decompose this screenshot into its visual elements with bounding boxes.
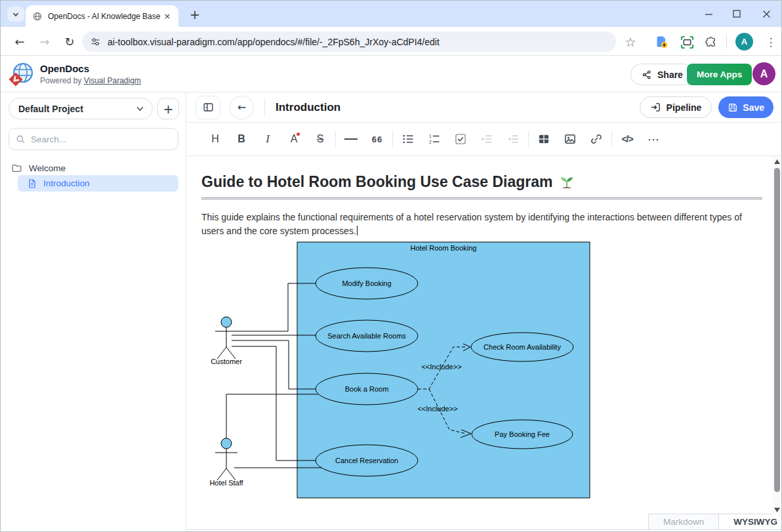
scroll-down-button[interactable]: [772, 505, 781, 514]
window-close-button[interactable]: [754, 3, 779, 24]
tab-wysiwyg[interactable]: WYSIWYG: [719, 514, 782, 529]
use-case-label: Pay Booking Fee: [495, 430, 550, 438]
document-header: ← Introduction Pipeline Save: [186, 92, 782, 123]
search-input[interactable]: [31, 134, 162, 144]
code-block-button[interactable]: </>: [614, 128, 640, 150]
collapse-sidebar-button[interactable]: [196, 96, 220, 119]
more-apps-label: More Apps: [697, 70, 742, 79]
folder-icon: [11, 163, 22, 174]
system-boundary-title: Hotel Room Booking: [411, 244, 477, 252]
document-heading: Guide to Hotel Room Booking Use Case Dia…: [201, 173, 762, 199]
scroll-up-icon: [774, 159, 780, 164]
blockquote-button[interactable]: 66: [364, 128, 390, 150]
save-button[interactable]: Save: [718, 96, 773, 118]
sidebar-item-introduction[interactable]: Introduction: [18, 175, 178, 192]
bullet-list-button[interactable]: [395, 128, 421, 150]
toolbar-divider: [392, 131, 393, 147]
document-icon: [27, 178, 37, 189]
editor-toolbar: H B I A S 66 1 2: [186, 123, 782, 156]
maximize-icon: [733, 10, 741, 18]
horizontal-rule-button[interactable]: [338, 128, 364, 150]
use-case-label: Modify Booking: [342, 279, 391, 287]
browser-titlebar: OpenDocs - AI Knowledge Base × +: [1, 1, 782, 27]
scrollbar-thumb[interactable]: [774, 168, 780, 492]
svg-text:1: 1: [429, 134, 432, 138]
bold-button[interactable]: B: [228, 128, 255, 150]
opendocs-logo: [9, 61, 35, 87]
window-minimize-button[interactable]: [696, 3, 721, 24]
insert-table-button[interactable]: [531, 128, 557, 150]
new-tab-button[interactable]: +: [186, 7, 203, 22]
task-list-button[interactable]: [447, 128, 474, 150]
more-apps-button[interactable]: More Apps: [687, 64, 752, 85]
window-maximize-button[interactable]: [724, 3, 749, 24]
screenshot-extension-icon[interactable]: [676, 31, 697, 52]
insert-image-button[interactable]: [557, 128, 583, 150]
save-label: Save: [743, 102, 764, 113]
tab-markdown[interactable]: Markdown: [648, 514, 719, 529]
add-document-button[interactable]: +: [157, 98, 179, 119]
italic-button[interactable]: I: [255, 128, 281, 150]
extensions-button[interactable]: [700, 31, 721, 52]
back-button[interactable]: ←: [230, 96, 254, 119]
sidebar-item-label: Introduction: [43, 178, 90, 188]
browser-reload-button[interactable]: ↻: [58, 30, 81, 52]
toolbar-divider: [611, 131, 612, 147]
heading-button[interactable]: H: [202, 128, 228, 150]
vertical-scrollbar[interactable]: [772, 157, 781, 514]
browser-forward-button[interactable]: →: [33, 30, 56, 52]
bullet-list-icon: [401, 133, 415, 146]
use-case-diagram[interactable]: Hotel Room Booking Customer: [201, 241, 595, 500]
powered-by-text: Powered by: [40, 76, 84, 85]
pipeline-label: Pipeline: [667, 102, 702, 113]
site-settings-icon[interactable]: [90, 36, 101, 47]
sidebar: [1, 92, 186, 532]
document-heading-text: Guide to Hotel Room Booking Use Case Dia…: [201, 173, 552, 191]
numbered-list-icon: 1 2: [428, 133, 441, 146]
app-user-avatar[interactable]: A: [752, 62, 775, 85]
capture-frame-icon: [680, 35, 695, 50]
bookmark-star-icon[interactable]: ☆: [620, 31, 641, 52]
actor-customer: Customer: [211, 317, 242, 365]
actor-hotel-staff: Hotel Staff: [209, 438, 243, 487]
pipeline-button[interactable]: Pipeline: [640, 96, 712, 118]
browser-tab[interactable]: OpenDocs - AI Knowledge Base ×: [26, 5, 178, 27]
sidebar-item-welcome[interactable]: Welcome: [11, 161, 66, 175]
outdent-button[interactable]: [500, 128, 526, 150]
more-tools-button[interactable]: ⋯: [640, 128, 667, 150]
editor-content[interactable]: Guide to Hotel Room Booking Use Case Dia…: [186, 156, 772, 531]
chevron-down-icon: [136, 104, 144, 113]
document-download-icon: [655, 35, 669, 49]
project-selector[interactable]: Default Project: [9, 98, 153, 119]
panel-collapse-icon: [202, 101, 215, 113]
indent-button[interactable]: [474, 128, 500, 150]
browser-back-button[interactable]: ←: [9, 30, 31, 52]
color-dot: [297, 133, 300, 136]
toolbar-separator: [726, 35, 727, 49]
puzzle-icon: [704, 35, 718, 49]
font-color-button[interactable]: A: [281, 128, 307, 150]
close-window-icon: [762, 10, 771, 18]
docs-extension-icon[interactable]: [651, 31, 672, 52]
content-bottom-border: [186, 529, 782, 530]
tab-close-icon[interactable]: ×: [161, 10, 173, 22]
header-divider: [264, 99, 265, 116]
powered-by: Powered by Visual Paradigm: [40, 76, 141, 85]
browser-profile-avatar[interactable]: A: [735, 33, 753, 51]
sidebar-search[interactable]: [9, 128, 178, 150]
scroll-up-button[interactable]: [772, 157, 781, 166]
search-icon: [16, 134, 26, 144]
share-button[interactable]: Share: [630, 64, 694, 85]
use-case-label: Book a Room: [345, 385, 389, 393]
browser-menu-kebab-icon[interactable]: ⋮: [760, 31, 781, 52]
address-bar[interactable]: ai-toolbox.visual-paradigm.com/app/opend…: [82, 31, 616, 52]
share-icon: [642, 70, 652, 80]
visual-paradigm-link[interactable]: Visual Paradigm: [84, 76, 141, 85]
tab-search-button[interactable]: [7, 7, 24, 22]
browser-window: OpenDocs - AI Knowledge Base × + ← → ↻ a…: [0, 0, 782, 532]
strikethrough-button[interactable]: S: [307, 128, 333, 150]
numbered-list-button[interactable]: 1 2: [421, 128, 447, 150]
seedling-emoji: [559, 174, 575, 190]
insert-link-button[interactable]: [583, 128, 609, 150]
scroll-down-icon: [774, 508, 780, 512]
